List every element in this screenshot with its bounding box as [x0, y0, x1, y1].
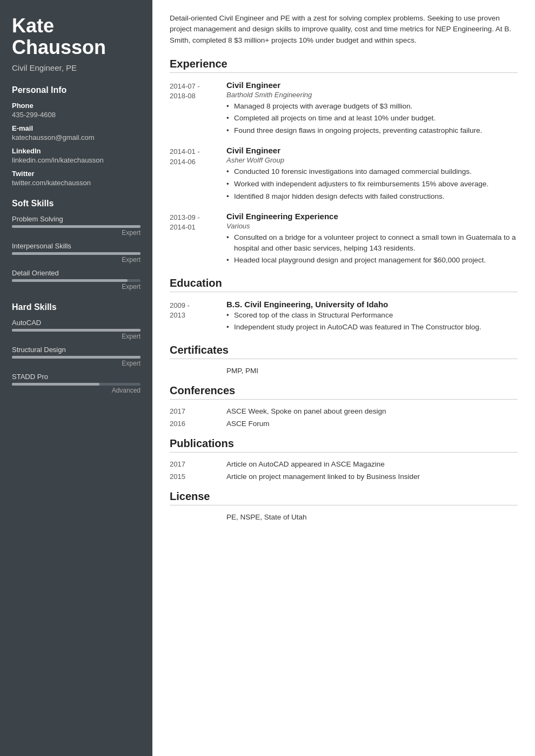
linkedin-label: LinkedIn	[12, 147, 141, 155]
conference-entry-1: 2016 ASCE Forum	[170, 420, 518, 428]
personal-info-section: Personal Info Phone 435-299-4608 E-mail …	[12, 85, 141, 187]
bullet: Conducted 10 forensic investigations int…	[226, 166, 518, 177]
bullet: Identified 8 major hidden design defects…	[226, 191, 518, 202]
edu-date-0: 2009 -2013	[170, 300, 226, 334]
exp-date-2: 2013-09 -2014-01	[170, 212, 226, 267]
exp-date-1: 2014-01 -2014-06	[170, 146, 226, 203]
hard-skill-level-0: Expert	[12, 333, 141, 340]
main-content: Detail-oriented Civil Engineer and PE wi…	[152, 0, 535, 756]
pub-date-1: 2015	[170, 473, 226, 481]
sidebar: KateChausson Civil Engineer, PE Personal…	[0, 0, 152, 756]
license-section: License PE, NSPE, State of Utah	[170, 490, 518, 521]
soft-skill-name-0: Problem Solving	[12, 215, 141, 223]
bullet: Independent study project in AutoCAD was…	[226, 322, 518, 333]
hard-skill-bar-bg-2	[12, 383, 141, 386]
soft-skills-heading: Soft Skills	[12, 199, 141, 208]
soft-skill-item-0: Problem Solving Expert	[12, 215, 141, 237]
experience-section: Experience 2014-07 -2018-08 Civil Engine…	[170, 58, 518, 267]
hard-skill-level-1: Expert	[12, 360, 141, 367]
experience-entry-0: 2014-07 -2018-08 Civil Engineer Barthold…	[170, 80, 518, 138]
email-value: katechausson@gmail.com	[12, 133, 141, 141]
exp-title-0: Civil Engineer	[226, 80, 518, 90]
soft-skills-section: Soft Skills Problem Solving Expert Inter…	[12, 199, 141, 291]
soft-skill-bar-fill-2	[12, 279, 128, 282]
experience-heading: Experience	[170, 58, 518, 73]
bullet: Found three design flaws in ongoing proj…	[226, 125, 518, 136]
experience-entry-2: 2013-09 -2014-01 Civil Engineering Exper…	[170, 212, 518, 267]
soft-skill-bar-bg-2	[12, 279, 141, 282]
exp-company-1: Asher Wolff Group	[226, 156, 518, 164]
conf-text-1: ASCE Forum	[226, 420, 518, 428]
soft-skill-bar-fill-1	[12, 252, 141, 255]
hard-skill-item-0: AutoCAD Expert	[12, 319, 141, 340]
soft-skill-level-1: Expert	[12, 256, 141, 264]
linkedin-value: linkedin.com/in/katechausson	[12, 156, 141, 164]
conf-text-0: ASCE Week, Spoke on panel about green de…	[226, 407, 518, 415]
twitter-label: Twitter	[12, 170, 141, 178]
exp-bullets-1: Conducted 10 forensic investigations int…	[226, 166, 518, 201]
bullet: Consulted on a bridge for a volunteer pr…	[226, 232, 518, 253]
publication-entry-1: 2015 Article on project management linke…	[170, 473, 518, 481]
soft-skill-item-2: Detail Oriented Expert	[12, 269, 141, 291]
pub-date-0: 2017	[170, 460, 226, 468]
certificates-heading: Certificates	[170, 344, 518, 359]
exp-title-1: Civil Engineer	[226, 146, 518, 155]
bullet: Scored top of the class in Structural Pe…	[226, 310, 518, 321]
publications-heading: Publications	[170, 437, 518, 453]
soft-skill-bar-fill-0	[12, 225, 141, 228]
hard-skill-level-2: Advanced	[12, 387, 141, 394]
phone-value: 435-299-4608	[12, 111, 141, 119]
soft-skill-name-1: Interpersonal Skills	[12, 242, 141, 250]
pub-text-1: Article on project management linked to …	[226, 473, 518, 481]
hard-skill-item-1: Structural Design Expert	[12, 346, 141, 367]
certificates-section: Certificates PMP, PMI	[170, 344, 518, 375]
conferences-section: Conferences 2017 ASCE Week, Spoke on pan…	[170, 384, 518, 428]
education-entry-0: 2009 -2013 B.S. Civil Engineering, Unive…	[170, 300, 518, 334]
hard-skill-bar-fill-1	[12, 356, 141, 359]
education-section: Education 2009 -2013 B.S. Civil Engineer…	[170, 277, 518, 334]
exp-company-0: Barthold Smith Engineering	[226, 91, 518, 99]
hard-skill-bar-fill-0	[12, 329, 141, 332]
soft-skill-item-1: Interpersonal Skills Expert	[12, 242, 141, 264]
hard-skill-name-2: STADD Pro	[12, 373, 141, 381]
hard-skill-name-1: Structural Design	[12, 346, 141, 354]
certificates-text: PMP, PMI	[170, 367, 518, 375]
hard-skill-item-2: STADD Pro Advanced	[12, 373, 141, 394]
soft-skill-bar-bg-0	[12, 225, 141, 228]
exp-bullets-0: Managed 8 projects with average budgets …	[226, 101, 518, 136]
exp-date-0: 2014-07 -2018-08	[170, 80, 226, 138]
personal-info-heading: Personal Info	[12, 85, 141, 95]
exp-bullets-2: Consulted on a bridge for a volunteer pr…	[226, 232, 518, 266]
hard-skills-heading: Hard Skills	[12, 302, 141, 312]
hard-skills-section: Hard Skills AutoCAD Expert Structural De…	[12, 302, 141, 394]
hard-skill-bar-bg-0	[12, 329, 141, 332]
candidate-title: Civil Engineer, PE	[12, 63, 141, 72]
hard-skill-bar-fill-2	[12, 383, 99, 386]
soft-skill-bar-bg-1	[12, 252, 141, 255]
conf-date-0: 2017	[170, 407, 226, 415]
hard-skill-bar-bg-1	[12, 356, 141, 359]
hard-skill-name-0: AutoCAD	[12, 319, 141, 327]
publications-section: Publications 2017 Article on AutoCAD app…	[170, 437, 518, 481]
summary-text: Detail-oriented Civil Engineer and PE wi…	[170, 13, 518, 46]
edu-body-0: B.S. Civil Engineering, University of Id…	[226, 300, 518, 334]
exp-company-2: Various	[226, 222, 518, 230]
edu-title-0: B.S. Civil Engineering, University of Id…	[226, 300, 518, 309]
exp-title-2: Civil Engineering Experience	[226, 212, 518, 221]
exp-body-2: Civil Engineering Experience Various Con…	[226, 212, 518, 267]
exp-body-1: Civil Engineer Asher Wolff Group Conduct…	[226, 146, 518, 203]
education-heading: Education	[170, 277, 518, 292]
bullet: Worked with independent adjusters to fix…	[226, 179, 518, 190]
conference-entry-0: 2017 ASCE Week, Spoke on panel about gre…	[170, 407, 518, 415]
license-text: PE, NSPE, State of Utah	[170, 513, 518, 521]
twitter-value: twitter.com/katechausson	[12, 179, 141, 187]
exp-body-0: Civil Engineer Barthold Smith Engineerin…	[226, 80, 518, 138]
candidate-name: KateChausson	[12, 15, 141, 58]
bullet: Managed 8 projects with average budgets …	[226, 101, 518, 112]
conferences-heading: Conferences	[170, 384, 518, 400]
edu-bullets-0: Scored top of the class in Structural Pe…	[226, 310, 518, 333]
soft-skill-level-0: Expert	[12, 229, 141, 237]
conf-date-1: 2016	[170, 420, 226, 428]
soft-skill-level-2: Expert	[12, 283, 141, 291]
publication-entry-0: 2017 Article on AutoCAD appeared in ASCE…	[170, 460, 518, 468]
